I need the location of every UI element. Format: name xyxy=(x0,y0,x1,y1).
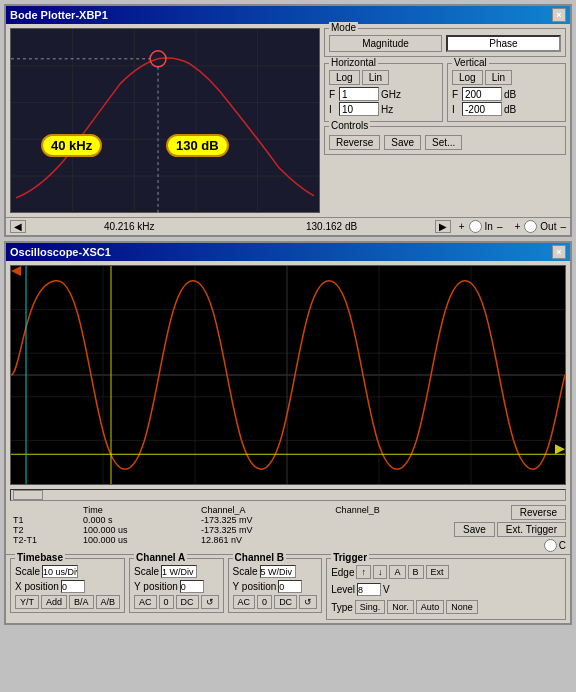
horiz-lin-button[interactable]: Lin xyxy=(362,70,389,85)
set-button[interactable]: Set... xyxy=(425,135,462,150)
vert-lin-button[interactable]: Lin xyxy=(485,70,512,85)
osc-close-button[interactable]: × xyxy=(552,245,566,259)
trig-sing-button[interactable]: Sing. xyxy=(355,600,386,614)
osc-reverse-button[interactable]: Reverse xyxy=(511,505,566,520)
vertical-group: Vertical Log Lin F dB I dB xyxy=(447,63,566,122)
meas-t1-time: 0.000 s xyxy=(80,515,198,525)
bode-left-arrow[interactable]: ◀ xyxy=(10,220,26,233)
chb-ypos-input[interactable] xyxy=(278,580,302,593)
bode-statusbar: ◀ 40.216 kHz 130.162 dB ▶ + In – + Out – xyxy=(6,217,570,235)
chb-scale-input[interactable] xyxy=(260,565,296,578)
osc-controls-panel: Timebase Scale X position Y/T Add B/A A/… xyxy=(6,554,570,623)
level-unit: V xyxy=(383,584,390,595)
phase-button[interactable]: Phase xyxy=(446,35,561,52)
horiz-f-unit: GHz xyxy=(381,89,401,100)
chb-ac-button[interactable]: AC xyxy=(233,595,256,609)
meas-header-time: Time xyxy=(80,505,198,515)
cha-scale-input[interactable] xyxy=(161,565,197,578)
vert-log-button[interactable]: Log xyxy=(452,70,483,85)
meas-t2-time: 100.000 us xyxy=(80,525,198,535)
measurements-table: Time Channel_A Channel_B T1 0.000 s -173… xyxy=(10,505,450,545)
chb-zero-button[interactable]: 0 xyxy=(257,595,272,609)
osc-button-panel: Reverse Save Ext. Trigger C xyxy=(454,505,566,552)
bode-freq-status: 40.216 kHz xyxy=(30,221,228,232)
db-badge: 130 dB xyxy=(166,134,229,157)
osc-save-button[interactable]: Save xyxy=(454,522,495,537)
chb-label: Channel B xyxy=(233,552,286,563)
cha-scale-label: Scale xyxy=(134,566,159,577)
vert-f-unit: dB xyxy=(504,89,516,100)
minus2-label: – xyxy=(560,221,566,232)
meas-t1-label: T1 xyxy=(10,515,80,525)
reverse-button[interactable]: Reverse xyxy=(329,135,380,150)
osc-bottom-panel: Time Channel_A Channel_B T1 0.000 s -173… xyxy=(6,503,570,554)
cha-zero-button[interactable]: 0 xyxy=(159,595,174,609)
tb-xpos-input[interactable] xyxy=(61,580,85,593)
out-radio-group: Out xyxy=(524,220,556,233)
edge-falling-button[interactable]: ↓ xyxy=(373,565,388,579)
edge-b-button[interactable]: B xyxy=(408,565,424,579)
cha-ypos-label: Y position xyxy=(134,581,178,592)
horiz-log-button[interactable]: Log xyxy=(329,70,360,85)
osc-scroll-thumb[interactable] xyxy=(13,490,43,500)
svg-marker-25 xyxy=(555,444,565,454)
magnitude-button[interactable]: Magnitude xyxy=(329,35,442,52)
plus2-label: + xyxy=(514,221,520,232)
meas-row-t1: T1 0.000 s -173.325 mV xyxy=(10,515,450,525)
timebase-label: Timebase xyxy=(15,552,65,563)
bode-right-arrow[interactable]: ▶ xyxy=(435,220,451,233)
edge-a-button[interactable]: A xyxy=(389,565,405,579)
vert-i-input[interactable] xyxy=(462,102,502,116)
horiz-f-label: F xyxy=(329,89,337,100)
chb-dc-button[interactable]: DC xyxy=(274,595,297,609)
add-button[interactable]: Add xyxy=(41,595,67,609)
horiz-i-input[interactable] xyxy=(339,102,379,116)
ba-button[interactable]: B/A xyxy=(69,595,94,609)
cha-inv-button[interactable]: ↺ xyxy=(201,595,219,609)
osc-measurements: Time Channel_A Channel_B T1 0.000 s -173… xyxy=(10,505,450,552)
horiz-i-label: I xyxy=(329,104,337,115)
osc-mode-radio[interactable] xyxy=(544,539,557,552)
bode-close-button[interactable]: × xyxy=(552,8,566,22)
type-label: Type xyxy=(331,602,353,613)
osc-plot-area xyxy=(10,265,566,485)
edge-rising-button[interactable]: ↑ xyxy=(356,565,371,579)
chb-ypos-label: Y position xyxy=(233,581,277,592)
trig-nor-button[interactable]: Nor. xyxy=(387,600,414,614)
osc-titlebar: Oscilloscope-XSC1 × xyxy=(6,243,570,261)
meas-t2t1-cha: 12.861 nV xyxy=(198,535,332,545)
in-label: In xyxy=(485,221,493,232)
vert-f-input[interactable] xyxy=(462,87,502,101)
svg-marker-24 xyxy=(11,266,21,276)
tb-scale-input[interactable] xyxy=(42,565,78,578)
ab-button[interactable]: A/B xyxy=(96,595,121,609)
meas-t2t1-label: T2-T1 xyxy=(10,535,80,545)
bode-title: Bode Plotter-XBP1 xyxy=(10,9,108,21)
chb-inv-button[interactable]: ↺ xyxy=(299,595,317,609)
level-label: Level xyxy=(331,584,355,595)
controls-label: Controls xyxy=(329,120,370,131)
trig-none-button[interactable]: None xyxy=(446,600,478,614)
save-button[interactable]: Save xyxy=(384,135,421,150)
osc-scrollbar[interactable] xyxy=(10,489,566,501)
cha-ac-button[interactable]: AC xyxy=(134,595,157,609)
horiz-f-input[interactable] xyxy=(339,87,379,101)
channel-b-section: Channel B Scale Y position AC 0 DC ↺ xyxy=(228,558,323,613)
vert-f-label: F xyxy=(452,89,460,100)
minus-label: – xyxy=(497,221,503,232)
in-radio[interactable] xyxy=(469,220,482,233)
bode-plotter-window: Bode Plotter-XBP1 × xyxy=(4,4,572,237)
trigger-level-input[interactable] xyxy=(357,583,381,596)
osc-ext-trigger-button[interactable]: Ext. Trigger xyxy=(497,522,566,537)
channel-a-section: Channel A Scale Y position AC 0 DC ↺ xyxy=(129,558,224,613)
yt-button[interactable]: Y/T xyxy=(15,595,39,609)
meas-t2-cha: -173.325 mV xyxy=(198,525,332,535)
meas-row-t2t1: T2-T1 100.000 us 12.861 nV xyxy=(10,535,450,545)
trig-auto-button[interactable]: Auto xyxy=(416,600,445,614)
edge-ext-button[interactable]: Ext xyxy=(426,565,449,579)
out-radio[interactable] xyxy=(524,220,537,233)
cha-ypos-input[interactable] xyxy=(180,580,204,593)
meas-t2t1-chb xyxy=(332,535,450,545)
cha-dc-button[interactable]: DC xyxy=(176,595,199,609)
controls-group: Controls Reverse Save Set... xyxy=(324,126,566,155)
